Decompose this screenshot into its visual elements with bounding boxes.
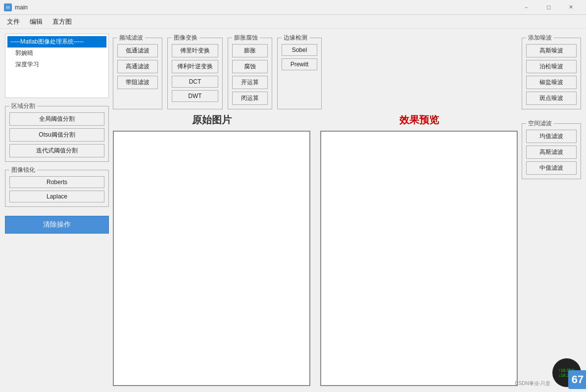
dct-button[interactable]: DCT: [172, 76, 218, 88]
dilate-button[interactable]: 膨胀: [232, 44, 268, 57]
minimize-button[interactable]: −: [515, 0, 537, 15]
prewitt-button[interactable]: Prewitt: [282, 58, 317, 70]
menu-bar: 文件 编辑 直方图: [0, 15, 586, 29]
original-preview-container: 原始图片: [113, 113, 310, 386]
menu-edit[interactable]: 编辑: [25, 15, 48, 28]
effect-preview-container: 效果预览: [320, 113, 518, 386]
menu-histogram[interactable]: 直方图: [48, 15, 77, 28]
erode-button[interactable]: 腐蚀: [232, 60, 268, 73]
morphology-group: 膨胀腐蚀 膨胀 腐蚀 开运算 闭运算: [228, 38, 272, 109]
spatial-filter-title: 空间滤波: [526, 119, 554, 128]
low-pass-button[interactable]: 低通滤波: [117, 44, 158, 57]
otsu-threshold-button[interactable]: Otsu阈值分割: [9, 128, 104, 142]
title-bar: M main − ◻ ✕: [0, 0, 586, 15]
poisson-noise-button[interactable]: 泊松噪波: [526, 60, 577, 73]
frequency-filter-title: 频域滤波: [117, 34, 145, 42]
window-controls: − ◻ ✕: [515, 0, 582, 15]
app-icon: M: [4, 3, 12, 11]
window-title: main: [15, 4, 28, 11]
salt-pepper-noise-button[interactable]: 椒盐噪波: [526, 76, 577, 89]
image-transform-group: 图像变换 傅里叶变换 傅利叶逆变换 DCT DWT: [167, 38, 223, 109]
network-number: 67: [568, 370, 586, 389]
spatial-filter-group: 空间滤波 均值滤波 高斯滤波 中值滤波: [522, 123, 581, 179]
menu-file[interactable]: 文件: [2, 15, 25, 28]
dwt-button[interactable]: DWT: [172, 90, 218, 102]
original-label: 原始图片: [113, 113, 310, 127]
maximize-button[interactable]: ◻: [537, 0, 560, 15]
clear-button[interactable]: 清除操作: [5, 216, 109, 234]
sobel-button[interactable]: Sobel: [282, 44, 317, 56]
global-threshold-button[interactable]: 全局阈值分割: [9, 112, 104, 126]
close-op-button[interactable]: 闭运算: [232, 92, 268, 105]
left-panel: -----Matlab图像处理系统----- 郭婉晴 深度学习 区域分割 全局阈…: [5, 34, 109, 386]
edge-detection-title: 边缘检测: [282, 34, 309, 42]
system-list-title[interactable]: -----Matlab图像处理系统-----: [7, 36, 106, 48]
network-indicator: ↑16.9k/s ↓16.2k/s 67: [552, 358, 581, 387]
gaussian-filter-button[interactable]: 高斯滤波: [526, 146, 577, 159]
add-noise-group: 添加噪波 高斯噪波 泊松噪波 椒盐噪波 斑点噪波: [522, 38, 581, 109]
region-segment-title: 区域分割: [9, 102, 37, 110]
iterative-threshold-button[interactable]: 迭代式阈值分割: [9, 144, 104, 157]
inverse-fourier-button[interactable]: 傅利叶逆变换: [172, 60, 218, 73]
open-op-button[interactable]: 开运算: [232, 76, 268, 89]
system-list: -----Matlab图像处理系统----- 郭婉晴 深度学习: [5, 34, 109, 98]
system-list-item-1[interactable]: 郭婉晴: [7, 48, 106, 59]
fourier-transform-button[interactable]: 傅里叶变换: [172, 44, 218, 57]
edge-detection-group: 边缘检测 Sobel Prewitt: [277, 38, 322, 109]
add-noise-title: 添加噪波: [526, 34, 554, 42]
effect-label: 效果预览: [320, 113, 518, 127]
laplace-button[interactable]: Laplace: [9, 191, 104, 202]
gaussian-noise-button[interactable]: 高斯噪波: [526, 44, 577, 57]
mean-filter-button[interactable]: 均值滤波: [526, 130, 577, 143]
middle-panel: 频域滤波 低通滤波 高通滤波 带阻滤波 图像变换 傅里叶变换 傅利叶逆变换 DC…: [113, 34, 518, 386]
speckle-noise-button[interactable]: 斑点噪波: [526, 92, 577, 105]
top-controls-row: 频域滤波 低通滤波 高通滤波 带阻滤波 图像变换 傅里叶变换 傅利叶逆变换 DC…: [113, 34, 518, 109]
system-list-item-2[interactable]: 深度学习: [7, 59, 106, 70]
image-sharpen-group: 图像锐化 Roberts Laplace: [5, 170, 109, 207]
preview-area: 原始图片 效果预览: [113, 113, 518, 386]
morphology-title: 膨胀腐蚀: [232, 34, 260, 42]
image-transform-title: 图像变换: [172, 34, 199, 42]
right-panel: 添加噪波 高斯噪波 泊松噪波 椒盐噪波 斑点噪波 空间滤波 均值滤波 高斯滤波 …: [522, 34, 581, 386]
roberts-button[interactable]: Roberts: [9, 176, 104, 188]
image-sharpen-title: 图像锐化: [9, 166, 37, 174]
original-image-box: [113, 131, 310, 386]
frequency-filter-group: 频域滤波 低通滤波 高通滤波 带阻滤波: [113, 38, 162, 109]
main-content: -----Matlab图像处理系统----- 郭婉晴 深度学习 区域分割 全局阈…: [0, 29, 586, 391]
network-area: CSDN事业-只是 ↑16.9k/s ↓16.2k/s 67: [515, 358, 581, 387]
median-filter-button[interactable]: 中值滤波: [526, 161, 577, 175]
region-segment-group: 区域分割 全局阈值分割 Otsu阈值分割 迭代式阈值分割: [5, 106, 109, 162]
band-stop-button[interactable]: 带阻滤波: [117, 76, 158, 89]
close-button[interactable]: ✕: [560, 0, 582, 15]
high-pass-button[interactable]: 高通滤波: [117, 60, 158, 73]
effect-image-box: [320, 131, 518, 386]
csdn-label: CSDN事业-只是: [515, 380, 550, 387]
